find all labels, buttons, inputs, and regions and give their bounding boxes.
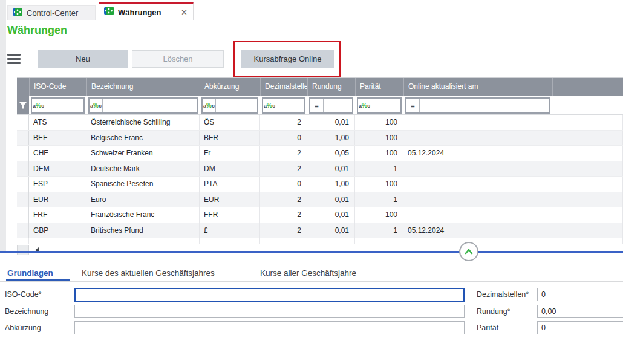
paritaet-label: Parität (477, 323, 498, 332)
filter-input-paritaet[interactable]: a%c (357, 97, 402, 114)
cell-bezeichnung: Deutsche Mark (86, 161, 200, 177)
cell-online: 05.12.2024 (403, 223, 552, 238)
filter-operator-icon[interactable]: a%c (203, 99, 216, 112)
cell-abkuerzung: BFR (200, 131, 260, 146)
column-header-iso[interactable]: ISO-Code (29, 78, 86, 96)
cell-paritaet: 1 (355, 223, 403, 238)
cell-dezimalstellen: 2 (260, 207, 307, 223)
funnel-icon (19, 100, 27, 111)
cell-online (403, 177, 552, 192)
row-selector-cell[interactable] (17, 177, 29, 192)
cell-rundung: 1,00 (307, 131, 355, 146)
filter-input-bezeichnung[interactable]: a%c (88, 97, 198, 114)
cell-online (403, 115, 552, 130)
table-row[interactable]: ESPSpanische PesetenPTA01,00100 (17, 177, 623, 192)
cell-bezeichnung: Euro (86, 192, 200, 207)
filter-input-dezimalstellen[interactable]: a%c (262, 97, 305, 114)
table-row[interactable]: DEMDeutsche MarkDM20,011 (17, 161, 623, 177)
filter-input-online[interactable]: = (405, 97, 550, 114)
tab-kurse-aktuelles-geschaeftsjahr[interactable]: Kurse des aktuellen Geschäftsjahres (82, 268, 215, 278)
row-selector-cell[interactable] (17, 131, 29, 146)
cell-empty (552, 192, 623, 207)
column-header-empty[interactable] (552, 78, 623, 96)
row-selector-cell[interactable] (17, 146, 29, 161)
row-selector-cell[interactable] (17, 192, 29, 207)
tab-waehrungen[interactable]: Währungen ✕ (99, 2, 194, 20)
cell-empty (552, 207, 623, 223)
tab-control-center[interactable]: Control-Center (7, 5, 96, 20)
active-tab-underline (6, 279, 70, 281)
column-header-online[interactable]: Online aktualisiert am (403, 78, 552, 96)
column-header-rundung[interactable]: Rundung (307, 78, 355, 96)
iso-code-field[interactable] (74, 288, 465, 302)
collapse-panel-button[interactable] (459, 242, 478, 261)
cell-paritaet: 100 (355, 207, 403, 223)
abkuerzung-field[interactable] (74, 321, 465, 334)
paritaet-field[interactable] (537, 321, 623, 334)
cell-abkuerzung: EUR (200, 192, 260, 207)
hamburger-menu-icon[interactable] (7, 54, 21, 67)
cell-rundung: 0,01 (307, 115, 355, 130)
tab-label: Währungen (118, 8, 161, 17)
filter-input-iso[interactable]: a%c (31, 97, 85, 114)
column-header-dezimalstellen[interactable]: Dezimalstellen (260, 78, 307, 96)
kursabfrage-online-button[interactable]: Kursabfrage Online (241, 50, 334, 68)
bezeichnung-field[interactable] (74, 305, 465, 318)
table-row[interactable]: EUREuroEUR20,011 (17, 192, 623, 208)
rundung-field[interactable] (537, 305, 623, 318)
horizontal-scrollbar[interactable] (17, 244, 623, 256)
cell-bezeichnung: Schweizer Franken (86, 146, 200, 161)
filter-operator-icon[interactable]: a%c (263, 99, 276, 112)
row-selector-cell[interactable] (17, 207, 29, 223)
abkuerzung-label: Abkürzung (5, 323, 41, 332)
cell-online (403, 161, 552, 177)
cell-abkuerzung: £ (200, 223, 260, 238)
rundung-label: Rundung* (477, 307, 510, 316)
cell-dezimalstellen: 0 (260, 131, 307, 146)
app-logo-icon (104, 6, 114, 18)
cell-online (403, 192, 552, 207)
cell-rundung: 1,00 (307, 177, 355, 192)
row-selector-cell[interactable] (17, 223, 29, 238)
table-row[interactable]: ATSÖsterreichische SchillingÖS20,01100 (17, 115, 623, 131)
cell-dezimalstellen: 0 (260, 177, 307, 192)
table-header-row: ISO-CodeBezeichnungAbkürzungDezimalstell… (17, 78, 623, 96)
cell-iso: GBP (29, 223, 86, 238)
neu-button[interactable]: Neu (38, 50, 128, 68)
splitter-bar[interactable] (0, 251, 623, 253)
table-row[interactable]: BEFBelgische FrancBFR01,00100 (17, 131, 623, 146)
cell-abkuerzung: DM (200, 161, 260, 177)
tab-kurse-alle-geschaeftsjahre[interactable]: Kurse aller Geschäftsjahre (260, 268, 356, 278)
loeschen-button[interactable]: Löschen (132, 50, 224, 68)
filter-operator-icon[interactable]: = (406, 99, 420, 112)
filter-input-abkuerzung[interactable]: a%c (201, 97, 258, 114)
cell-iso: DEM (29, 161, 86, 177)
close-icon[interactable]: ✕ (181, 8, 188, 16)
filter-row: a%ca%ca%ca%c=a%c= (17, 96, 623, 115)
column-header-paritaet[interactable]: Parität (355, 78, 403, 96)
cell-abkuerzung: Fr (200, 146, 260, 161)
column-header-abkuerzung[interactable]: Abkürzung (200, 78, 260, 96)
filter-operator-icon[interactable]: a%c (90, 99, 103, 112)
cell-dezimalstellen: 2 (260, 115, 307, 130)
column-header-bezeichnung[interactable]: Bezeichnung (86, 78, 200, 96)
cell-empty (552, 131, 623, 146)
cell-paritaet: 1 (355, 161, 403, 177)
cell-bezeichnung: Britisches Pfund (86, 223, 200, 238)
dezimalstellen-field[interactable] (537, 288, 623, 301)
row-selector-cell[interactable] (17, 161, 29, 177)
filter-input-rundung[interactable]: = (309, 97, 353, 114)
table-row[interactable]: GBPBritisches Pfund£20,01105.12.2024 (17, 223, 623, 239)
row-selector-cell[interactable] (17, 115, 29, 130)
filter-operator-icon[interactable]: a%c (358, 99, 371, 112)
cell-paritaet: 100 (355, 146, 403, 161)
filter-operator-icon[interactable]: a%c (32, 99, 45, 112)
tab-grundlagen[interactable]: Grundlagen (7, 268, 53, 278)
cell-paritaet: 100 (355, 115, 403, 130)
filter-funnel-button[interactable] (17, 96, 29, 114)
cell-empty (552, 115, 623, 130)
filter-operator-icon[interactable]: = (310, 99, 324, 112)
cell-iso: BEF (29, 131, 86, 146)
table-row[interactable]: FRFFranzösische FrancFFR20,01100 (17, 207, 623, 223)
table-row[interactable]: CHFSchweizer FrankenFr20,0510005.12.2024 (17, 146, 623, 161)
